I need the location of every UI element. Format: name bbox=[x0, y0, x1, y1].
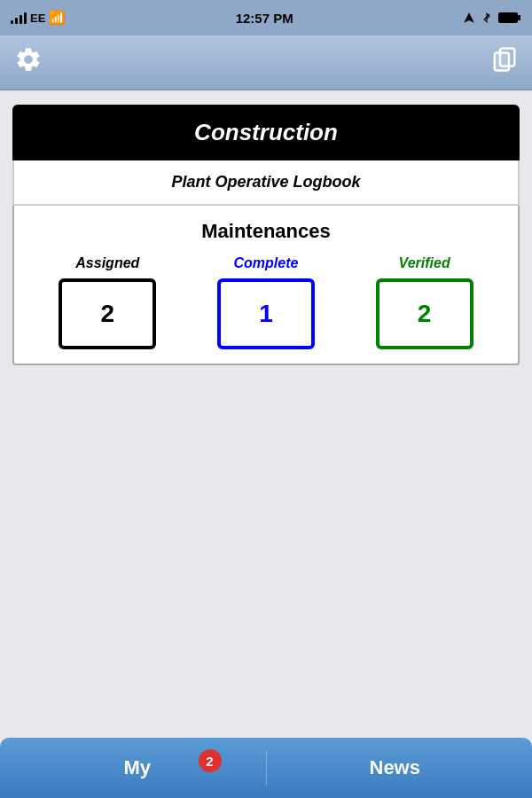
verified-value: 2 bbox=[418, 300, 432, 328]
logbook-title: Plant Operative Logbook bbox=[171, 173, 360, 191]
copy-button[interactable] bbox=[491, 46, 518, 79]
maintenances-card: Maintenances Assigned 2 Complete 1 Verif… bbox=[12, 206, 520, 365]
status-right bbox=[463, 12, 521, 24]
navigation-icon bbox=[463, 12, 475, 24]
verified-box[interactable]: 2 bbox=[376, 278, 473, 349]
carrier-label: EE bbox=[30, 12, 45, 25]
status-time: 12:57 PM bbox=[236, 11, 293, 26]
logbook-bar[interactable]: Plant Operative Logbook bbox=[12, 160, 520, 206]
settings-button[interactable] bbox=[14, 45, 43, 80]
maintenance-boxes: Assigned 2 Complete 1 Verified 2 bbox=[28, 255, 504, 349]
complete-value: 1 bbox=[259, 300, 273, 328]
header-bar bbox=[0, 35, 532, 90]
construction-title: Construction bbox=[194, 119, 338, 145]
bluetooth-icon bbox=[481, 12, 493, 24]
status-left: EE 📶 bbox=[11, 10, 66, 26]
copy-icon bbox=[491, 46, 518, 73]
maintenance-assigned[interactable]: Assigned 2 bbox=[59, 255, 156, 349]
construction-banner: Construction bbox=[12, 105, 520, 160]
main-content: Construction Plant Operative Logbook Mai… bbox=[0, 90, 532, 379]
svg-rect-5 bbox=[495, 53, 509, 71]
maintenance-verified[interactable]: Verified 2 bbox=[376, 255, 473, 349]
signal-icon bbox=[11, 12, 27, 24]
tab-my-label: My bbox=[123, 756, 151, 779]
battery-icon bbox=[498, 12, 521, 24]
complete-label: Complete bbox=[234, 255, 299, 271]
svg-marker-0 bbox=[464, 12, 474, 23]
wifi-icon: 📶 bbox=[49, 10, 66, 26]
svg-rect-3 bbox=[499, 13, 517, 22]
gear-icon bbox=[14, 45, 43, 74]
tab-my[interactable]: My 2 bbox=[9, 756, 266, 779]
tab-news-label: News bbox=[370, 756, 420, 779]
maintenance-complete[interactable]: Complete 1 bbox=[217, 255, 315, 349]
tab-news[interactable]: News bbox=[267, 756, 524, 779]
assigned-value: 2 bbox=[101, 300, 115, 328]
svg-rect-2 bbox=[518, 15, 520, 20]
status-bar: EE 📶 12:57 PM bbox=[0, 0, 532, 35]
assigned-box[interactable]: 2 bbox=[59, 278, 156, 349]
maintenances-title: Maintenances bbox=[28, 220, 504, 243]
tab-bar: My 2 News bbox=[0, 738, 532, 798]
verified-label: Verified bbox=[399, 255, 450, 271]
assigned-label: Assigned bbox=[75, 255, 139, 271]
tab-my-badge: 2 bbox=[199, 749, 222, 772]
complete-box[interactable]: 1 bbox=[217, 278, 315, 349]
